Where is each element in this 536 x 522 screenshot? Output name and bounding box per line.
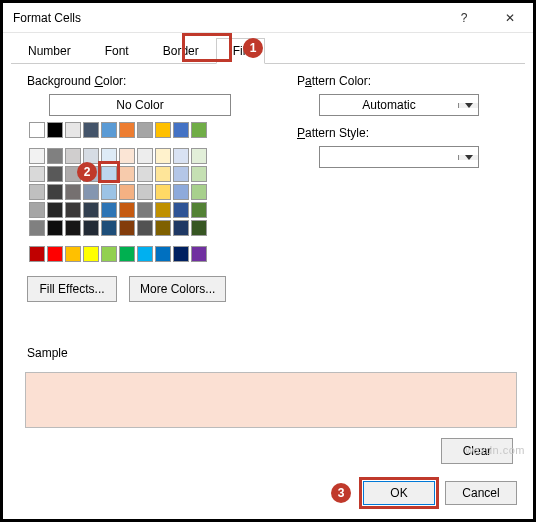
color-swatch[interactable] bbox=[101, 184, 117, 200]
pattern-color-label: Pattern Color: bbox=[297, 74, 479, 88]
dialog-title: Format Cells bbox=[13, 11, 441, 25]
highlight-tab-fill bbox=[182, 33, 232, 62]
color-swatch[interactable] bbox=[47, 202, 63, 218]
annotation-badge-3: 3 bbox=[331, 483, 351, 503]
highlight-ok bbox=[359, 477, 439, 509]
pattern-style-combo[interactable] bbox=[319, 146, 479, 168]
color-swatch[interactable] bbox=[191, 246, 207, 262]
color-swatch[interactable] bbox=[137, 166, 153, 182]
color-swatch[interactable] bbox=[119, 122, 135, 138]
tab-font[interactable]: Font bbox=[88, 38, 146, 64]
color-swatch[interactable] bbox=[47, 246, 63, 262]
pattern-color-value: Automatic bbox=[320, 95, 458, 115]
no-color-button[interactable]: No Color bbox=[49, 94, 231, 116]
color-swatch[interactable] bbox=[47, 148, 63, 164]
color-swatch[interactable] bbox=[155, 122, 171, 138]
color-swatch[interactable] bbox=[65, 202, 81, 218]
highlight-selected-swatch bbox=[98, 161, 120, 183]
color-swatch[interactable] bbox=[155, 184, 171, 200]
color-swatch[interactable] bbox=[173, 246, 189, 262]
color-swatch[interactable] bbox=[83, 202, 99, 218]
color-swatch[interactable] bbox=[191, 202, 207, 218]
color-swatch[interactable] bbox=[47, 220, 63, 236]
titlebar: Format Cells ? ✕ bbox=[3, 3, 533, 33]
color-swatch[interactable] bbox=[173, 148, 189, 164]
color-swatch[interactable] bbox=[65, 148, 81, 164]
color-swatch[interactable] bbox=[101, 202, 117, 218]
color-swatch[interactable] bbox=[29, 166, 45, 182]
color-swatch[interactable] bbox=[119, 148, 135, 164]
chevron-down-icon bbox=[458, 103, 478, 108]
color-swatch[interactable] bbox=[137, 122, 153, 138]
fill-effects-button[interactable]: Fill Effects... bbox=[27, 276, 117, 302]
tab-strip: Number Font Border Fill 1 bbox=[11, 37, 525, 64]
color-swatch[interactable] bbox=[29, 148, 45, 164]
color-swatch[interactable] bbox=[137, 246, 153, 262]
color-swatch[interactable] bbox=[191, 220, 207, 236]
color-swatch[interactable] bbox=[29, 184, 45, 200]
color-swatch[interactable] bbox=[29, 220, 45, 236]
color-swatch[interactable] bbox=[155, 246, 171, 262]
color-swatch[interactable] bbox=[137, 184, 153, 200]
color-swatch[interactable] bbox=[155, 148, 171, 164]
color-swatch[interactable] bbox=[119, 166, 135, 182]
color-swatch[interactable] bbox=[137, 220, 153, 236]
color-swatch[interactable] bbox=[83, 246, 99, 262]
color-swatch[interactable] bbox=[47, 184, 63, 200]
color-swatch[interactable] bbox=[173, 220, 189, 236]
tab-number[interactable]: Number bbox=[11, 38, 88, 64]
color-swatch[interactable] bbox=[137, 202, 153, 218]
color-swatch[interactable] bbox=[29, 122, 45, 138]
color-swatch[interactable] bbox=[83, 220, 99, 236]
color-swatch[interactable] bbox=[29, 246, 45, 262]
color-swatch[interactable] bbox=[191, 184, 207, 200]
close-button[interactable]: ✕ bbox=[487, 3, 533, 33]
pattern-style-label: Pattern Style: bbox=[297, 126, 479, 140]
color-swatch[interactable] bbox=[119, 184, 135, 200]
color-swatch[interactable] bbox=[65, 220, 81, 236]
color-swatch[interactable] bbox=[191, 122, 207, 138]
color-swatch[interactable] bbox=[83, 184, 99, 200]
color-swatch[interactable] bbox=[119, 246, 135, 262]
color-swatch[interactable] bbox=[155, 202, 171, 218]
help-button[interactable]: ? bbox=[441, 3, 487, 33]
color-swatch[interactable] bbox=[101, 220, 117, 236]
pattern-color-combo[interactable]: Automatic bbox=[319, 94, 479, 116]
chevron-down-icon bbox=[458, 155, 478, 160]
sample-label: Sample bbox=[27, 346, 517, 360]
color-swatch[interactable] bbox=[47, 122, 63, 138]
annotation-badge-2: 2 bbox=[77, 162, 97, 182]
color-swatch[interactable] bbox=[137, 148, 153, 164]
color-swatch[interactable] bbox=[173, 166, 189, 182]
color-swatch[interactable] bbox=[101, 122, 117, 138]
color-swatch[interactable] bbox=[191, 166, 207, 182]
color-swatch[interactable] bbox=[155, 220, 171, 236]
color-swatch[interactable] bbox=[119, 220, 135, 236]
color-swatch[interactable] bbox=[65, 184, 81, 200]
color-swatch[interactable] bbox=[173, 122, 189, 138]
color-swatch[interactable] bbox=[101, 246, 117, 262]
color-swatch[interactable] bbox=[29, 202, 45, 218]
color-swatch[interactable] bbox=[155, 166, 171, 182]
sample-preview bbox=[25, 372, 517, 428]
watermark: wsxdn.com bbox=[465, 444, 525, 456]
background-color-label: Background Color: bbox=[27, 74, 257, 88]
color-swatch[interactable] bbox=[65, 246, 81, 262]
color-palette: 2 bbox=[29, 122, 257, 262]
color-swatch[interactable] bbox=[47, 166, 63, 182]
color-swatch[interactable] bbox=[173, 184, 189, 200]
more-colors-button[interactable]: More Colors... bbox=[129, 276, 226, 302]
cancel-button[interactable]: Cancel bbox=[445, 481, 517, 505]
annotation-badge-1: 1 bbox=[243, 38, 263, 58]
color-swatch[interactable] bbox=[83, 122, 99, 138]
color-swatch[interactable] bbox=[173, 202, 189, 218]
color-swatch[interactable] bbox=[119, 202, 135, 218]
color-swatch[interactable] bbox=[65, 122, 81, 138]
color-swatch[interactable] bbox=[191, 148, 207, 164]
